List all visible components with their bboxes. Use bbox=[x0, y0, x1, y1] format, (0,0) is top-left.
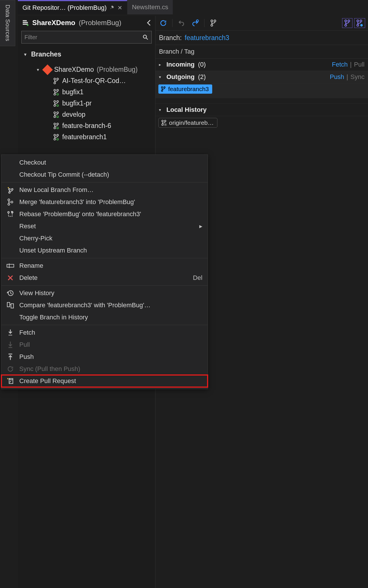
branches-node[interactable]: ▾ Branches bbox=[18, 49, 155, 60]
back-icon[interactable] bbox=[147, 19, 151, 26]
svg-point-49 bbox=[8, 199, 10, 201]
refresh-button[interactable] bbox=[158, 18, 168, 28]
cm-merge[interactable]: Merge 'featurebranch3' into 'ProblemBug' bbox=[1, 196, 208, 208]
cm-fetch[interactable]: Fetch bbox=[1, 327, 208, 339]
cm-new-branch[interactable]: New Local Branch From… bbox=[1, 184, 208, 196]
rename-icon bbox=[6, 263, 15, 269]
svg-line-2 bbox=[146, 38, 148, 40]
rebase-icon bbox=[6, 210, 15, 218]
outgoing-label: Outgoing bbox=[166, 73, 195, 81]
svg-point-24 bbox=[54, 138, 56, 140]
repo-name: ShareXDemo bbox=[54, 66, 94, 74]
branch-item[interactable]: bugfix1 bbox=[18, 86, 155, 98]
push-icon bbox=[6, 353, 15, 361]
branch-tag-header[interactable]: Branch / Tag bbox=[155, 45, 368, 59]
branch-up-icon bbox=[53, 134, 59, 141]
svg-point-48 bbox=[9, 192, 10, 193]
merge-icon bbox=[6, 198, 15, 206]
branch-item[interactable]: develop bbox=[18, 109, 155, 120]
svg-point-0 bbox=[27, 24, 29, 26]
svg-point-5 bbox=[54, 82, 56, 84]
incoming-label: Incoming bbox=[166, 61, 195, 68]
incoming-row[interactable]: ▸ Incoming (0) Fetch | Pull bbox=[155, 59, 368, 71]
cm-rebase[interactable]: Rebase 'ProblemBug' onto 'featurebranch3… bbox=[1, 208, 208, 220]
pin-icon[interactable] bbox=[109, 5, 115, 10]
svg-point-18 bbox=[54, 123, 56, 125]
svg-point-30 bbox=[345, 20, 347, 22]
svg-point-40 bbox=[162, 120, 164, 122]
pull-link[interactable]: Pull bbox=[354, 61, 365, 68]
outgoing-row[interactable]: ▾ Outgoing (2) Push | Sync bbox=[155, 71, 368, 83]
branch-button[interactable] bbox=[208, 18, 218, 28]
cm-create-pr[interactable]: Create Pull Request bbox=[1, 375, 208, 387]
branch-item[interactable]: AI-Test-for-QR-Cod… bbox=[18, 75, 155, 86]
git-icon bbox=[42, 64, 53, 75]
repo-node[interactable]: ▾ ShareXDemo (ProblemBug) bbox=[18, 64, 155, 75]
tab-git-repo[interactable]: Git Repositor… (ProblemBug) ✕ bbox=[18, 0, 127, 14]
pull-icon bbox=[6, 341, 15, 348]
history-chip-label: origin/featureb… bbox=[169, 119, 214, 126]
tab-label: Git Repositor… (ProblemBug) bbox=[22, 4, 107, 12]
svg-point-14 bbox=[54, 112, 56, 114]
branch-tree: ▾ Branches ▾ ShareXDemo (ProblemBug) AI-… bbox=[18, 48, 155, 143]
cm-unset-upstream[interactable]: Unset Upstream Branch bbox=[1, 244, 208, 257]
tab-newsitem[interactable]: NewsItem.cs bbox=[127, 0, 173, 14]
svg-point-52 bbox=[8, 212, 9, 213]
svg-point-51 bbox=[8, 203, 10, 205]
svg-point-37 bbox=[161, 87, 163, 88]
branch-item[interactable]: feature-branch-6 bbox=[18, 120, 155, 131]
filter-input[interactable] bbox=[24, 34, 142, 41]
cm-cherrypick[interactable]: Cherry-Pick bbox=[1, 232, 208, 244]
svg-point-50 bbox=[11, 201, 13, 203]
close-icon[interactable]: ✕ bbox=[117, 4, 122, 11]
svg-point-29 bbox=[211, 24, 213, 26]
branch-view-toggle[interactable] bbox=[342, 18, 352, 28]
cm-compare[interactable]: Compare 'featurebranch3' with 'ProblemBu… bbox=[1, 299, 208, 311]
svg-point-38 bbox=[164, 87, 165, 88]
branch-label: Branch: bbox=[159, 34, 182, 42]
cm-reset[interactable]: Reset ▶ bbox=[1, 220, 208, 232]
outgoing-branch-chip[interactable]: featurebranch3 bbox=[158, 84, 212, 94]
repo-name: ShareXDemo bbox=[32, 19, 75, 27]
branch-label: bugfix1-pr bbox=[62, 99, 92, 107]
new-branch-icon bbox=[6, 186, 15, 194]
cm-checkout[interactable]: Checkout bbox=[1, 157, 208, 169]
cm-delete[interactable]: Delete Del bbox=[1, 272, 208, 284]
svg-point-23 bbox=[57, 134, 58, 136]
branch-label: feature-branch-6 bbox=[62, 122, 111, 130]
shortcut: Del bbox=[193, 274, 202, 282]
fetch-link[interactable]: Fetch bbox=[332, 61, 348, 68]
svg-point-15 bbox=[57, 112, 58, 114]
local-history-header[interactable]: ▾ Local History bbox=[155, 103, 368, 116]
redo-button[interactable] bbox=[190, 18, 200, 28]
data-sources-tab[interactable]: Data Sources bbox=[0, 0, 15, 46]
branch-view-toggle-remote[interactable] bbox=[354, 18, 365, 28]
undo-button[interactable] bbox=[177, 18, 186, 28]
branch-context-menu: Checkout Checkout Tip Commit (--detach) … bbox=[1, 154, 208, 389]
search-icon[interactable] bbox=[142, 34, 149, 40]
tab-strip: Git Repositor… (ProblemBug) ✕ NewsItem.c… bbox=[18, 0, 368, 14]
svg-point-4 bbox=[57, 78, 58, 80]
branch-item[interactable]: featurebranch1 bbox=[18, 131, 155, 143]
menu-separator bbox=[1, 325, 208, 325]
expand-icon: ▾ bbox=[37, 67, 41, 72]
cm-push[interactable]: Push bbox=[1, 351, 208, 363]
cm-rename[interactable]: Rename bbox=[1, 260, 208, 272]
cm-sync[interactable]: Sync (Pull then Push) bbox=[1, 363, 208, 375]
filter-box[interactable] bbox=[21, 31, 152, 44]
repo-icon bbox=[22, 19, 29, 26]
push-link[interactable]: Push bbox=[330, 73, 344, 81]
submenu-arrow-icon: ▶ bbox=[199, 224, 202, 229]
cm-toggle-history[interactable]: Toggle Branch in History bbox=[1, 311, 208, 323]
expand-icon: ▾ bbox=[24, 52, 28, 57]
history-branch-chip[interactable]: origin/featureb… bbox=[158, 118, 217, 128]
branch-tag-label: Branch / Tag bbox=[159, 48, 194, 55]
cm-checkout-detach[interactable]: Checkout Tip Commit (--detach) bbox=[1, 169, 208, 181]
sync-link[interactable]: Sync bbox=[350, 73, 365, 81]
branch-name-link[interactable]: featurebranch3 bbox=[185, 34, 229, 42]
svg-point-34 bbox=[360, 20, 362, 22]
cm-view-history[interactable]: View History bbox=[1, 287, 208, 299]
branch-item[interactable]: bugfix1-pr bbox=[18, 98, 155, 109]
cm-pull[interactable]: Pull bbox=[1, 339, 208, 351]
svg-rect-54 bbox=[7, 264, 14, 267]
